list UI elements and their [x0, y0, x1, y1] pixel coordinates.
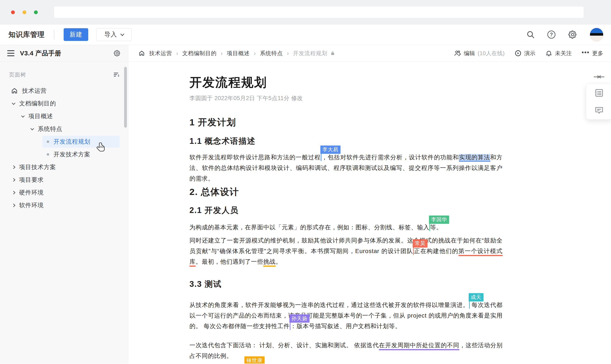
- collab-label-zhongshikang: 锺世康: [244, 356, 265, 364]
- outline-toc-icon[interactable]: [594, 88, 604, 98]
- paragraph-open-source-model: 同时还建立了一套开源模式的维护机制，鼓励其他设计师共同参与体系的发展。这个模式的…: [189, 235, 503, 267]
- bell-icon: [545, 50, 552, 57]
- import-button-label: 导入: [104, 30, 117, 39]
- underlined-text-orange: 挑战: [263, 258, 276, 267]
- breadcrumb-item[interactable]: 项目概述: [227, 50, 250, 57]
- page-tree: 技术运营 文档编制目的 项目概述 系统特点 开发流程规划: [0, 84, 128, 212]
- more-action[interactable]: ••• 更多: [582, 50, 603, 57]
- tree-item-project-tech-solution[interactable]: 项目技术方案: [0, 161, 128, 173]
- user-avatar[interactable]: [590, 28, 603, 41]
- workspace-settings-gear-icon[interactable]: [113, 49, 121, 57]
- collab-caret-suntianyang: 孙天扬: [290, 322, 290, 330]
- breadcrumb-separator: ›: [254, 50, 256, 57]
- tree-item-label: 系统特点: [38, 125, 62, 133]
- breadcrumb-separator: ›: [221, 50, 222, 57]
- doc-meta: 李圆圆于 2022年05月2日 下午5点11分 修改: [189, 94, 503, 102]
- help-icon[interactable]: ?: [547, 31, 555, 39]
- sort-order-icon[interactable]: [113, 71, 120, 78]
- tree-item-label: 文档编制目的: [19, 100, 56, 107]
- app-header: 知识库管理 新建 导入 ?: [0, 24, 611, 45]
- search-icon[interactable]: [526, 30, 535, 39]
- bullet-icon: [47, 153, 49, 156]
- breadcrumb-item[interactable]: 文档编制目的: [182, 50, 217, 57]
- breadcrumb: 技术运营 › 文档编制目的 › 项目概述 › 系统特点 › 开发流程规划: [139, 50, 335, 57]
- window-controls: [11, 10, 38, 14]
- tree-item-label: 项目技术方案: [19, 163, 56, 171]
- tree-item-home[interactable]: 技术运营: [0, 84, 128, 97]
- play-icon: [514, 50, 522, 57]
- tree-item-system-features[interactable]: 系统特点: [0, 123, 128, 135]
- heading-overall-design: 2. 总体设计: [189, 186, 503, 197]
- chevron-right-icon[interactable]: [12, 166, 15, 169]
- close-window-button[interactable]: [11, 10, 15, 14]
- sidebar: V3.4 产品手册 页面树 技术运营 文档编制目的 项目概述: [0, 45, 128, 364]
- chevron-right-icon[interactable]: [12, 204, 15, 207]
- zoom-window-button[interactable]: [34, 10, 38, 14]
- import-button[interactable]: 导入: [96, 28, 131, 41]
- collab-caret-liguohua: 李国华: [429, 223, 430, 231]
- tree-item-dev-process-plan-selected[interactable]: 开发流程规划: [42, 136, 120, 148]
- paragraph-iteration-activities: 一次迭代包含下面活动： 计划、分析、设计、实施和测试。 依据迭代在开发周期中所处…: [189, 340, 503, 361]
- heading-developers: 2.1 开发人员: [189, 206, 503, 215]
- breadcrumb-separator: ›: [287, 50, 289, 57]
- chevron-down-icon[interactable]: [31, 127, 34, 130]
- page-tree-label: 页面树: [9, 71, 113, 78]
- tree-item-label: 开发技术方案: [53, 150, 90, 158]
- bullet-icon: [47, 140, 49, 143]
- tree-item-label: 硬件环境: [19, 189, 44, 197]
- home-icon: [139, 50, 145, 56]
- follow-label: 未关注: [555, 50, 572, 57]
- tree-item-hardware-env[interactable]: 硬件环境: [0, 186, 128, 199]
- paragraph-management-coordination: 管理角度和技术角度锺世康之间是协调的， 并且各个阶段的结束还和各次迭代的结束保持…: [189, 363, 503, 364]
- tree-item-label: 软件环境: [19, 201, 44, 209]
- collab-label-liguohua: 李国华: [429, 216, 449, 224]
- header-divider: [54, 30, 54, 39]
- breadcrumb-current: 开发流程规划: [293, 50, 335, 57]
- present-action[interactable]: 演示: [514, 50, 535, 57]
- breadcrumb-item[interactable]: 系统特点: [260, 50, 283, 57]
- collab-label-changhao: 常昊: [413, 239, 428, 247]
- tree-item-label: 项目概述: [28, 112, 53, 120]
- hamburger-menu-icon[interactable]: [7, 50, 14, 56]
- settings-gear-icon[interactable]: [568, 30, 577, 39]
- collaborators-icon: [454, 50, 461, 57]
- paragraph-developers: 为构成的基本元素，在界面中以「元素」的形式存在，例如：图标、分割线、标签、输入李…: [189, 222, 503, 233]
- collab-label-suntianyang: 孙天扬: [289, 314, 310, 323]
- chevron-right-icon[interactable]: [12, 191, 15, 195]
- more-label: 更多: [592, 50, 603, 57]
- edit-label: 编辑: [464, 50, 475, 57]
- edit-action[interactable]: 编辑 (10人在线): [454, 50, 505, 57]
- workspace-title: V3.4 产品手册: [20, 49, 113, 58]
- ellipsis-icon: •••: [582, 49, 590, 56]
- document-scroll-area[interactable]: 开发流程规划 李圆圆于 2022年05月2日 下午5点11分 修改 1 开发计划…: [128, 62, 611, 364]
- app-title: 知识库管理: [9, 30, 45, 39]
- minimize-window-button[interactable]: [23, 10, 26, 14]
- collab-caret-lidayi: 李大易: [321, 153, 321, 161]
- sidebar-scrollbar[interactable]: [124, 67, 127, 128]
- collapse-panel-icon[interactable]: →←: [593, 72, 604, 81]
- new-button[interactable]: 新建: [64, 28, 88, 41]
- tree-item-dev-tech-solution[interactable]: 开发技术方案: [42, 148, 120, 160]
- tree-item-project-requirements[interactable]: 项目要求: [0, 173, 128, 186]
- tree-item-doc-purpose[interactable]: 文档编制目的: [0, 97, 128, 110]
- breadcrumb-item[interactable]: 技术运营: [149, 50, 172, 57]
- paragraph-concept-terms: 软件开发流程即软件设计思路和方法的一般过程李大易，包括对软件先进行需求分析，设计…: [189, 152, 503, 184]
- doc-actions: 编辑 (10人在线) 演示 未关注 ••• 更多: [454, 50, 603, 57]
- collab-label-chengtian: 成天: [469, 293, 483, 301]
- address-bar[interactable]: [54, 7, 584, 18]
- home-icon: [11, 87, 18, 94]
- underlined-text-purple: 在开发周期中所处位置的不同: [379, 342, 459, 350]
- heading-concept-terms: 1.1 概念术语描述: [189, 136, 503, 146]
- chevron-right-icon[interactable]: [12, 178, 15, 182]
- comment-icon[interactable]: [594, 105, 604, 115]
- follow-action[interactable]: 未关注: [545, 50, 572, 57]
- present-label: 演示: [524, 50, 535, 57]
- heading-testing: 3.3 测试: [189, 279, 503, 289]
- chevron-down-icon[interactable]: [12, 101, 15, 105]
- online-count: (10人在线): [478, 50, 505, 57]
- page-tree-header: 页面树: [0, 71, 128, 78]
- tree-item-label: 开发流程规划: [53, 138, 90, 146]
- chevron-down-icon[interactable]: [21, 114, 25, 118]
- tree-item-software-env[interactable]: 软件环境: [0, 199, 128, 212]
- tree-item-project-overview[interactable]: 项目概述: [0, 110, 128, 123]
